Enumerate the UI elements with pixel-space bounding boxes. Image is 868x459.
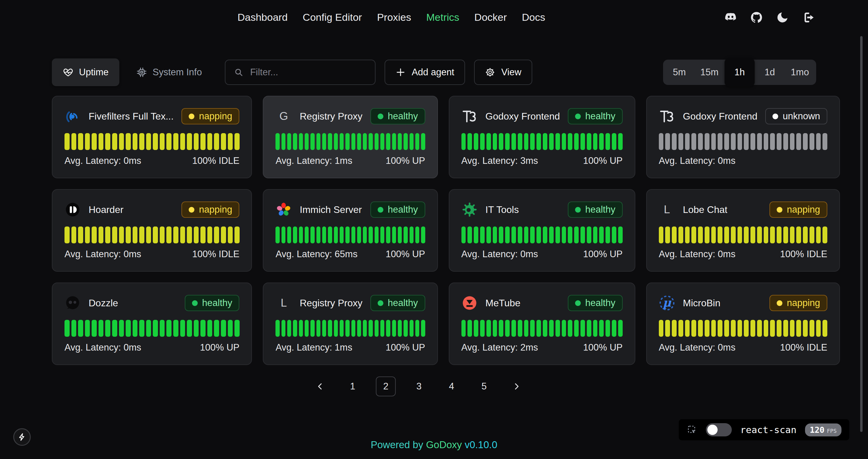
uptime-bar <box>207 133 213 150</box>
tab-system-info[interactable]: System Info <box>125 59 213 86</box>
uptime-bar <box>698 133 703 150</box>
uptime-bar <box>487 133 491 150</box>
uptime-bar <box>731 320 736 337</box>
tab-uptime[interactable]: Uptime <box>52 59 119 86</box>
service-card-microbin[interactable]: µMicroBinnappingAvg. Latency: 0ms100% ID… <box>646 283 840 365</box>
uptime-bar <box>126 133 131 150</box>
uptime-bar <box>235 133 240 150</box>
scan-cursor-icon[interactable] <box>687 424 698 435</box>
nav-item-dashboard[interactable]: Dashboard <box>238 11 287 23</box>
service-card-registry-proxy[interactable]: GRegistry ProxyhealthyAvg. Latency: 1ms1… <box>263 96 438 178</box>
uptime-bar <box>461 227 466 243</box>
letter-avatar-glyph: L <box>664 203 670 216</box>
service-card-godoxy-frontend[interactable]: Godoxy FrontendunknownAvg. Latency: 0ms <box>646 96 840 178</box>
card-header: LLobe Chatnapping <box>659 201 827 218</box>
service-card-hoarder[interactable]: HoardernappingAvg. Latency: 0ms100% IDLE <box>52 189 252 272</box>
time-range-1mo[interactable]: 1mo <box>785 61 815 83</box>
service-card-it-tools[interactable]: IT ToolshealthyAvg. Latency: 0ms100% UP <box>449 189 635 272</box>
service-card-registry-proxy[interactable]: LRegistry ProxyhealthyAvg. Latency: 1ms1… <box>263 283 438 365</box>
service-card-dozzle[interactable]: DozzlehealthyAvg. Latency: 0ms100% UP <box>52 283 252 365</box>
uptime-bar <box>146 227 151 243</box>
service-card-immich-server[interactable]: Immich ServerhealthyAvg. Latency: 65ms10… <box>263 189 438 272</box>
uptime-bar <box>322 227 326 243</box>
service-card-godoxy-frontend[interactable]: Godoxy FrontendhealthyAvg. Latency: 3ms1… <box>449 96 635 178</box>
next-page-button[interactable] <box>507 377 526 396</box>
uptime-bar <box>316 227 320 243</box>
uptime-bar <box>549 227 554 243</box>
uptime-bar <box>85 227 90 243</box>
status-dot-icon <box>189 113 194 119</box>
uptime-bar <box>404 133 407 150</box>
time-range-1d[interactable]: 1d <box>755 61 785 83</box>
uptime-bar <box>415 227 419 243</box>
time-range-5m[interactable]: 5m <box>664 61 694 83</box>
card-footer: Avg. Latency: 0ms100% UP <box>461 249 623 260</box>
status-badge: healthy <box>568 295 623 311</box>
service-card-fivefilters-full-tex[interactable]: Fivefilters Full Tex...nappingAvg. Laten… <box>52 96 252 178</box>
uptime-bar <box>305 227 309 243</box>
card-footer: Avg. Latency: 2ms100% UP <box>461 342 623 353</box>
uptime-bar <box>160 320 165 337</box>
page-5[interactable]: 5 <box>475 377 493 396</box>
status-badge-label: napping <box>787 298 820 308</box>
logout-icon[interactable] <box>802 11 815 24</box>
service-card-metube[interactable]: MeTubehealthyAvg. Latency: 2ms100% UP <box>449 283 635 365</box>
uptime-bar <box>200 133 206 150</box>
uptime-bar <box>777 227 781 243</box>
uptime-bar <box>166 133 172 150</box>
uptime-bar <box>173 320 179 337</box>
github-icon[interactable] <box>750 11 763 24</box>
uptime-percent-text: 100% UP <box>386 155 425 166</box>
uptime-bar <box>328 227 332 243</box>
nav-item-config-editor[interactable]: Config Editor <box>303 11 362 23</box>
uptime-bar <box>790 227 795 243</box>
uptime-bar <box>207 320 213 337</box>
status-badge: napping <box>770 295 827 311</box>
time-range-1h[interactable]: 1h <box>724 58 755 87</box>
uptime-bar <box>659 227 664 243</box>
godoxy-link[interactable]: GoDoxy <box>426 439 462 450</box>
quick-actions-button[interactable] <box>13 428 31 446</box>
uptime-bar <box>221 227 226 243</box>
uptime-bar <box>119 320 124 337</box>
page-1[interactable]: 1 <box>343 377 362 396</box>
uptime-bar <box>328 320 332 337</box>
uptime-bar <box>718 133 722 150</box>
view-button[interactable]: View <box>474 60 532 85</box>
filter-input[interactable] <box>250 67 367 78</box>
add-agent-button[interactable]: Add agent <box>384 60 465 85</box>
service-name: IT Tools <box>486 204 519 215</box>
time-range-15m[interactable]: 15m <box>694 61 724 83</box>
avg-latency-text: Avg. Latency: 65ms <box>276 249 358 260</box>
avg-latency-text: Avg. Latency: 0ms <box>64 155 141 166</box>
nav-item-metrics[interactable]: Metrics <box>426 11 459 23</box>
react-scan-label: react-scan <box>740 424 797 435</box>
react-scan-toggle[interactable] <box>706 423 732 436</box>
discord-icon[interactable] <box>724 11 737 24</box>
uptime-bar-chart <box>276 133 425 150</box>
service-card-lobe-chat[interactable]: LLobe ChatnappingAvg. Latency: 0ms100% I… <box>646 189 840 272</box>
uptime-bar <box>606 227 610 243</box>
page-4[interactable]: 4 <box>442 377 461 396</box>
uptime-bar <box>562 320 566 337</box>
uptime-bar-chart <box>461 320 623 337</box>
uptime-bar <box>207 227 213 243</box>
uptime-bar <box>493 320 497 337</box>
uptime-bar <box>555 320 560 337</box>
letter-avatar-icon: L <box>276 295 292 311</box>
uptime-bar <box>126 320 131 337</box>
nav-item-proxies[interactable]: Proxies <box>377 11 411 23</box>
nav-item-docker[interactable]: Docker <box>474 11 507 23</box>
uptime-bar <box>180 133 185 150</box>
uptime-bar <box>705 320 710 337</box>
scrollbar[interactable] <box>860 36 863 432</box>
uptime-bar <box>493 133 497 150</box>
page-3[interactable]: 3 <box>410 377 428 396</box>
page-2[interactable]: 2 <box>376 376 396 396</box>
nav-item-docs[interactable]: Docs <box>522 11 545 23</box>
moon-icon[interactable] <box>776 11 789 24</box>
prev-page-button[interactable] <box>311 377 330 396</box>
uptime-bar <box>536 133 541 150</box>
uptime-bar <box>398 133 402 150</box>
uptime-bar <box>581 227 585 243</box>
